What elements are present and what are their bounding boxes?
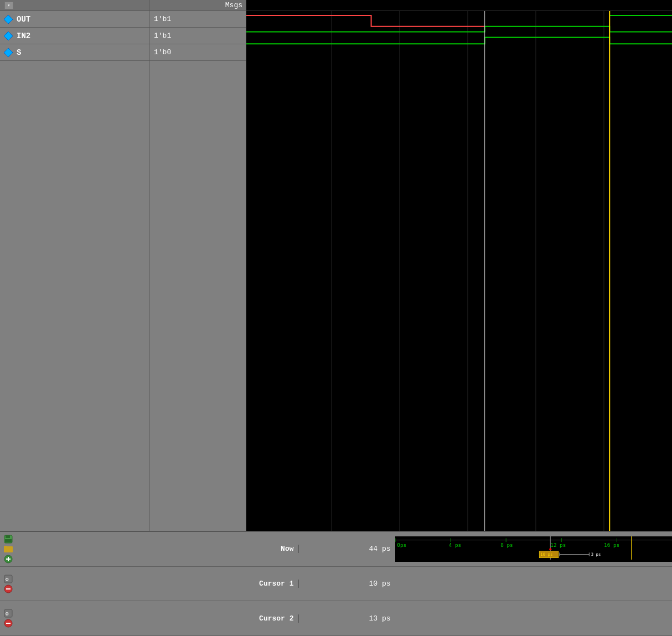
status-bar: Now 44 ps 0ps 4 ps 8 ps 12 ps 16 ps bbox=[0, 531, 672, 636]
now-value-area: 44 ps bbox=[298, 545, 395, 553]
cursor1-label: Cursor 1 bbox=[259, 580, 293, 588]
s-signal-icon bbox=[3, 48, 13, 58]
svg-marker-2 bbox=[4, 48, 13, 57]
svg-text:4 ps: 4 ps bbox=[448, 541, 461, 547]
cursor2-label-area: Cursor 2 bbox=[17, 614, 298, 623]
svg-marker-1 bbox=[4, 32, 13, 40]
add-icon[interactable] bbox=[4, 555, 13, 563]
cursor2-value-area: 13 ps bbox=[298, 614, 395, 623]
signal-row-s: S bbox=[0, 44, 149, 61]
svg-rect-12 bbox=[5, 539, 12, 542]
now-icons bbox=[0, 532, 17, 566]
svg-rect-11 bbox=[6, 535, 10, 538]
cursor2-settings-icon[interactable]: ⚙ bbox=[4, 609, 13, 618]
svg-text:⚙: ⚙ bbox=[5, 611, 9, 617]
msgs-label: Msgs bbox=[225, 1, 242, 9]
folder-icon[interactable] bbox=[4, 545, 13, 554]
in2-value: 1'b1 bbox=[154, 32, 171, 40]
toolbar-arrow-btn[interactable]: ▾ bbox=[4, 2, 13, 9]
waveform-svg bbox=[246, 11, 672, 531]
values-header: Msgs bbox=[149, 0, 246, 11]
svg-text:⚙: ⚙ bbox=[5, 577, 9, 583]
cursor1-value: 10 ps bbox=[369, 580, 390, 588]
cursor2-icons: ⚙ bbox=[0, 607, 17, 630]
cursor2-label: Cursor 2 bbox=[259, 614, 293, 623]
timeline-ruler-svg: 0ps 4 ps 8 ps 12 ps 16 ps bbox=[395, 536, 673, 560]
now-label-area: Now bbox=[17, 545, 298, 553]
cursor1-delete-icon[interactable] bbox=[4, 585, 13, 593]
in2-value-row: 1'b1 bbox=[149, 28, 246, 44]
signal-row-in2: IN2 bbox=[0, 28, 149, 44]
signal-values-panel: Msgs 1'b1 1'b1 1'b0 bbox=[149, 0, 246, 531]
waveform-area: ▾ OUT IN2 bbox=[0, 0, 672, 531]
svg-rect-15 bbox=[4, 546, 7, 547]
svg-text:0ps: 0ps bbox=[397, 541, 406, 547]
signal-names-panel: ▾ OUT IN2 bbox=[0, 0, 149, 531]
svg-text:8 ps: 8 ps bbox=[500, 541, 513, 547]
s-value: 1'b0 bbox=[154, 48, 171, 56]
now-value: 44 ps bbox=[369, 545, 390, 553]
cursor2-delete-icon[interactable] bbox=[4, 619, 13, 628]
svg-point-32 bbox=[549, 548, 551, 550]
svg-text:12 ps: 12 ps bbox=[550, 541, 566, 547]
s-signal-name: S bbox=[17, 48, 21, 57]
out-value-row: 1'b1 bbox=[149, 11, 246, 28]
svg-text:10 ps: 10 ps bbox=[540, 552, 552, 557]
cursor1-label-area: Cursor 1 bbox=[17, 580, 298, 588]
svg-marker-0 bbox=[4, 15, 13, 24]
main-container: ▾ OUT IN2 bbox=[0, 0, 672, 636]
cursor1-row: ⚙ Cursor 1 10 ps bbox=[0, 567, 672, 602]
waveform-canvas-header bbox=[246, 0, 672, 11]
out-value: 1'b1 bbox=[154, 15, 171, 23]
cursor1-icons: ⚙ bbox=[0, 572, 17, 596]
signal-list: OUT IN2 S bbox=[0, 11, 149, 61]
mini-toolbar: ▾ bbox=[2, 0, 15, 11]
svg-text:3 ps: 3 ps bbox=[591, 552, 601, 557]
out-signal-icon bbox=[3, 14, 13, 24]
now-row: Now 44 ps 0ps 4 ps 8 ps 12 ps 16 ps bbox=[0, 532, 672, 567]
signal-row-out: OUT bbox=[0, 11, 149, 28]
in2-signal-name: IN2 bbox=[17, 32, 30, 40]
cursor2-row: ⚙ Cursor 2 13 ps CSDN_@江南小作坊 bbox=[0, 601, 672, 636]
svg-text:16 ps: 16 ps bbox=[604, 541, 619, 547]
waveform-canvas[interactable] bbox=[246, 0, 672, 531]
out-signal-name: OUT bbox=[17, 15, 30, 24]
cursor1-value-area: 10 ps bbox=[298, 580, 395, 588]
cursor1-settings-icon[interactable]: ⚙ bbox=[4, 575, 13, 583]
cursor2-value: 13 ps bbox=[369, 614, 390, 623]
now-waveform-area: 0ps 4 ps 8 ps 12 ps 16 ps bbox=[395, 536, 673, 562]
in2-signal-icon bbox=[3, 31, 13, 41]
save-icon[interactable] bbox=[4, 535, 13, 544]
waveform-signals-area[interactable] bbox=[246, 11, 672, 531]
s-value-row: 1'b0 bbox=[149, 44, 246, 61]
now-label: Now bbox=[281, 545, 293, 553]
signal-header: ▾ bbox=[0, 0, 149, 11]
